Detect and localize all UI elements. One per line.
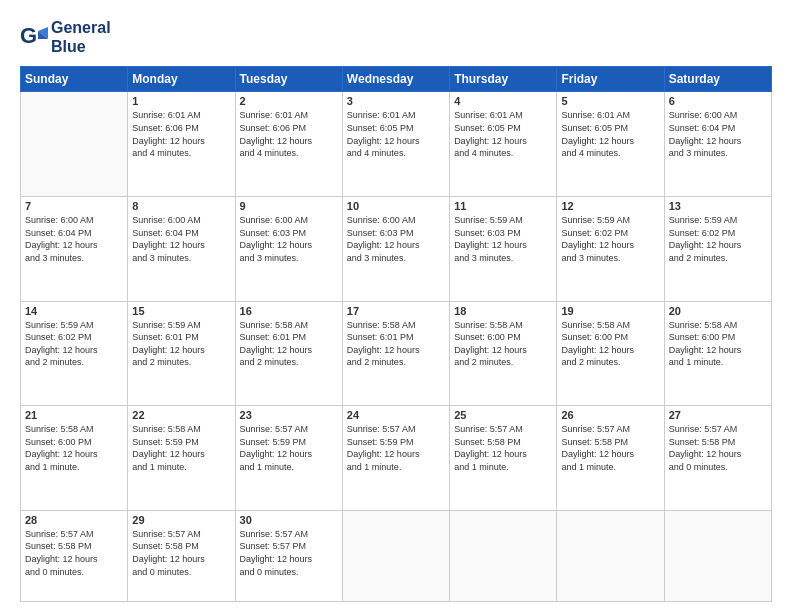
cell-info: Sunrise: 6:01 AM Sunset: 6:05 PM Dayligh… — [454, 109, 552, 159]
day-number: 8 — [132, 200, 230, 212]
cell-info: Sunrise: 6:00 AM Sunset: 6:04 PM Dayligh… — [25, 214, 123, 264]
cell-info: Sunrise: 6:01 AM Sunset: 6:05 PM Dayligh… — [561, 109, 659, 159]
calendar-cell: 12Sunrise: 5:59 AM Sunset: 6:02 PM Dayli… — [557, 197, 664, 302]
calendar-cell: 7Sunrise: 6:00 AM Sunset: 6:04 PM Daylig… — [21, 197, 128, 302]
day-number: 18 — [454, 305, 552, 317]
calendar-week-2: 7Sunrise: 6:00 AM Sunset: 6:04 PM Daylig… — [21, 197, 772, 302]
day-number: 9 — [240, 200, 338, 212]
cell-info: Sunrise: 5:57 AM Sunset: 5:58 PM Dayligh… — [454, 423, 552, 473]
calendar-cell: 18Sunrise: 5:58 AM Sunset: 6:00 PM Dayli… — [450, 301, 557, 406]
day-number: 21 — [25, 409, 123, 421]
calendar-cell — [450, 510, 557, 601]
weekday-header-row: SundayMondayTuesdayWednesdayThursdayFrid… — [21, 67, 772, 92]
day-number: 16 — [240, 305, 338, 317]
cell-info: Sunrise: 6:01 AM Sunset: 6:06 PM Dayligh… — [132, 109, 230, 159]
cell-info: Sunrise: 6:00 AM Sunset: 6:04 PM Dayligh… — [669, 109, 767, 159]
calendar-cell: 13Sunrise: 5:59 AM Sunset: 6:02 PM Dayli… — [664, 197, 771, 302]
calendar-week-3: 14Sunrise: 5:59 AM Sunset: 6:02 PM Dayli… — [21, 301, 772, 406]
day-number: 15 — [132, 305, 230, 317]
calendar-cell: 20Sunrise: 5:58 AM Sunset: 6:00 PM Dayli… — [664, 301, 771, 406]
day-number: 27 — [669, 409, 767, 421]
cell-info: Sunrise: 5:58 AM Sunset: 6:00 PM Dayligh… — [561, 319, 659, 369]
calendar-cell: 23Sunrise: 5:57 AM Sunset: 5:59 PM Dayli… — [235, 406, 342, 511]
header: G General Blue — [20, 18, 772, 56]
calendar-cell — [342, 510, 449, 601]
cell-info: Sunrise: 5:58 AM Sunset: 6:00 PM Dayligh… — [454, 319, 552, 369]
day-number: 19 — [561, 305, 659, 317]
day-number: 25 — [454, 409, 552, 421]
calendar-cell: 2Sunrise: 6:01 AM Sunset: 6:06 PM Daylig… — [235, 92, 342, 197]
cell-info: Sunrise: 5:59 AM Sunset: 6:02 PM Dayligh… — [25, 319, 123, 369]
weekday-friday: Friday — [557, 67, 664, 92]
day-number: 28 — [25, 514, 123, 526]
calendar-cell: 27Sunrise: 5:57 AM Sunset: 5:58 PM Dayli… — [664, 406, 771, 511]
cell-info: Sunrise: 5:59 AM Sunset: 6:01 PM Dayligh… — [132, 319, 230, 369]
calendar-cell: 15Sunrise: 5:59 AM Sunset: 6:01 PM Dayli… — [128, 301, 235, 406]
svg-text:G: G — [20, 23, 37, 48]
day-number: 6 — [669, 95, 767, 107]
calendar-cell — [21, 92, 128, 197]
cell-info: Sunrise: 6:00 AM Sunset: 6:03 PM Dayligh… — [347, 214, 445, 264]
calendar-cell — [557, 510, 664, 601]
day-number: 14 — [25, 305, 123, 317]
day-number: 22 — [132, 409, 230, 421]
cell-info: Sunrise: 5:58 AM Sunset: 5:59 PM Dayligh… — [132, 423, 230, 473]
day-number: 30 — [240, 514, 338, 526]
logo-text: General Blue — [51, 18, 111, 56]
cell-info: Sunrise: 5:58 AM Sunset: 6:00 PM Dayligh… — [669, 319, 767, 369]
day-number: 3 — [347, 95, 445, 107]
cell-info: Sunrise: 6:00 AM Sunset: 6:04 PM Dayligh… — [132, 214, 230, 264]
day-number: 24 — [347, 409, 445, 421]
weekday-monday: Monday — [128, 67, 235, 92]
cell-info: Sunrise: 5:59 AM Sunset: 6:02 PM Dayligh… — [561, 214, 659, 264]
calendar-cell: 19Sunrise: 5:58 AM Sunset: 6:00 PM Dayli… — [557, 301, 664, 406]
day-number: 23 — [240, 409, 338, 421]
weekday-wednesday: Wednesday — [342, 67, 449, 92]
calendar-cell: 26Sunrise: 5:57 AM Sunset: 5:58 PM Dayli… — [557, 406, 664, 511]
calendar-cell: 29Sunrise: 5:57 AM Sunset: 5:58 PM Dayli… — [128, 510, 235, 601]
calendar-cell: 11Sunrise: 5:59 AM Sunset: 6:03 PM Dayli… — [450, 197, 557, 302]
day-number: 10 — [347, 200, 445, 212]
day-number: 13 — [669, 200, 767, 212]
calendar-cell: 6Sunrise: 6:00 AM Sunset: 6:04 PM Daylig… — [664, 92, 771, 197]
cell-info: Sunrise: 5:57 AM Sunset: 5:58 PM Dayligh… — [132, 528, 230, 578]
cell-info: Sunrise: 5:57 AM Sunset: 5:58 PM Dayligh… — [25, 528, 123, 578]
cell-info: Sunrise: 5:59 AM Sunset: 6:03 PM Dayligh… — [454, 214, 552, 264]
calendar-table: SundayMondayTuesdayWednesdayThursdayFrid… — [20, 66, 772, 602]
calendar-cell: 4Sunrise: 6:01 AM Sunset: 6:05 PM Daylig… — [450, 92, 557, 197]
day-number: 7 — [25, 200, 123, 212]
calendar-cell: 9Sunrise: 6:00 AM Sunset: 6:03 PM Daylig… — [235, 197, 342, 302]
cell-info: Sunrise: 5:58 AM Sunset: 6:01 PM Dayligh… — [347, 319, 445, 369]
calendar-cell: 22Sunrise: 5:58 AM Sunset: 5:59 PM Dayli… — [128, 406, 235, 511]
cell-info: Sunrise: 5:57 AM Sunset: 5:58 PM Dayligh… — [669, 423, 767, 473]
calendar-cell: 24Sunrise: 5:57 AM Sunset: 5:59 PM Dayli… — [342, 406, 449, 511]
calendar-cell: 14Sunrise: 5:59 AM Sunset: 6:02 PM Dayli… — [21, 301, 128, 406]
cell-info: Sunrise: 6:01 AM Sunset: 6:05 PM Dayligh… — [347, 109, 445, 159]
calendar-cell: 28Sunrise: 5:57 AM Sunset: 5:58 PM Dayli… — [21, 510, 128, 601]
calendar-week-5: 28Sunrise: 5:57 AM Sunset: 5:58 PM Dayli… — [21, 510, 772, 601]
calendar-cell: 17Sunrise: 5:58 AM Sunset: 6:01 PM Dayli… — [342, 301, 449, 406]
day-number: 26 — [561, 409, 659, 421]
calendar-cell: 30Sunrise: 5:57 AM Sunset: 5:57 PM Dayli… — [235, 510, 342, 601]
calendar-cell: 10Sunrise: 6:00 AM Sunset: 6:03 PM Dayli… — [342, 197, 449, 302]
weekday-saturday: Saturday — [664, 67, 771, 92]
cell-info: Sunrise: 5:57 AM Sunset: 5:59 PM Dayligh… — [240, 423, 338, 473]
cell-info: Sunrise: 5:57 AM Sunset: 5:57 PM Dayligh… — [240, 528, 338, 578]
cell-info: Sunrise: 5:57 AM Sunset: 5:58 PM Dayligh… — [561, 423, 659, 473]
calendar-cell: 21Sunrise: 5:58 AM Sunset: 6:00 PM Dayli… — [21, 406, 128, 511]
weekday-thursday: Thursday — [450, 67, 557, 92]
day-number: 5 — [561, 95, 659, 107]
calendar-cell: 1Sunrise: 6:01 AM Sunset: 6:06 PM Daylig… — [128, 92, 235, 197]
cell-info: Sunrise: 5:58 AM Sunset: 6:00 PM Dayligh… — [25, 423, 123, 473]
calendar-week-1: 1Sunrise: 6:01 AM Sunset: 6:06 PM Daylig… — [21, 92, 772, 197]
logo: G General Blue — [20, 18, 111, 56]
logo-icon: G — [20, 23, 48, 51]
day-number: 11 — [454, 200, 552, 212]
weekday-sunday: Sunday — [21, 67, 128, 92]
calendar-week-4: 21Sunrise: 5:58 AM Sunset: 6:00 PM Dayli… — [21, 406, 772, 511]
calendar-cell: 5Sunrise: 6:01 AM Sunset: 6:05 PM Daylig… — [557, 92, 664, 197]
day-number: 2 — [240, 95, 338, 107]
cell-info: Sunrise: 5:57 AM Sunset: 5:59 PM Dayligh… — [347, 423, 445, 473]
page: G General Blue SundayMondayTuesdayWednes… — [0, 0, 792, 612]
day-number: 29 — [132, 514, 230, 526]
